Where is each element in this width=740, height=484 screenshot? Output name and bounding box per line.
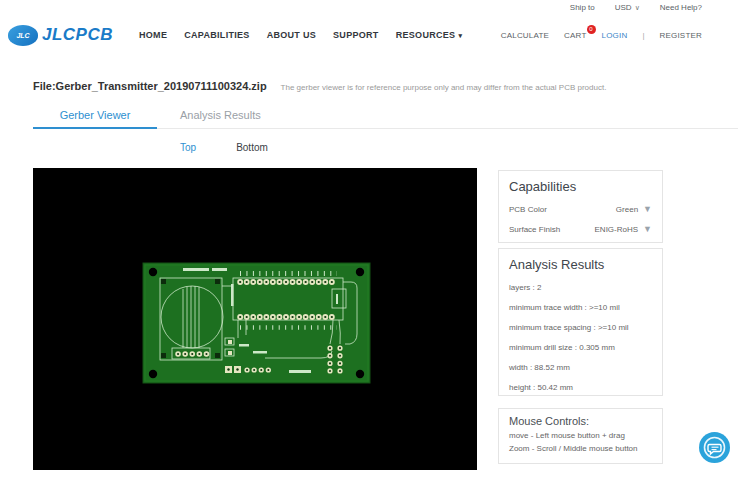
- analysis-height: height : 50.42 mm: [509, 383, 652, 392]
- brand-logo[interactable]: JLC JLCPCB: [8, 25, 113, 46]
- nav-item-capabilities[interactable]: CAPABILITIES: [184, 30, 249, 40]
- analysis-width: width : 88.52 mm: [509, 363, 652, 372]
- need-help-link[interactable]: Need Help?: [660, 3, 702, 12]
- cart-label: CART: [564, 31, 586, 40]
- login-register-divider: |: [642, 31, 644, 40]
- register-link[interactable]: REGISTER: [660, 31, 703, 40]
- pcb-preview: [33, 168, 477, 470]
- viewer-tabs: Gerber Viewer Analysis Results: [33, 109, 738, 129]
- analysis-layers: layers : 2: [509, 283, 652, 292]
- dropdown-triangle-icon: ▼: [643, 204, 652, 214]
- mouse-zoom-hint: Zoom - Scroll / Middle mouse button: [509, 444, 652, 453]
- analysis-min-trace-width: minimum trace width : >=10 mil: [509, 303, 652, 312]
- tab-gerber-viewer[interactable]: Gerber Viewer: [33, 109, 157, 129]
- jlcpcb-globe-icon: JLC: [8, 25, 38, 46]
- pcb-color-select[interactable]: Green ▼: [616, 204, 652, 214]
- file-disclaimer: The gerber viewer is for reference purpo…: [281, 83, 607, 92]
- nav-item-support[interactable]: SUPPORT: [333, 30, 379, 40]
- tab-bottom-layer[interactable]: Bottom: [236, 142, 268, 153]
- analysis-results-panel: Analysis Results layers : 2 minimum trac…: [498, 248, 663, 396]
- surface-finish-select[interactable]: ENIG-RoHS ▼: [595, 224, 652, 234]
- right-panel: Capabilities PCB Color Green ▼ Surface F…: [498, 170, 663, 464]
- layer-tabs: Top Bottom: [180, 142, 268, 153]
- capabilities-panel: Capabilities PCB Color Green ▼ Surface F…: [498, 170, 663, 243]
- brand-name: JLCPCB: [42, 25, 113, 45]
- live-chat-button[interactable]: [698, 431, 731, 464]
- currency-selector[interactable]: USD∨: [615, 3, 640, 12]
- file-header: File:Gerber_Transmitter_20190711100324.z…: [33, 80, 733, 92]
- pcb-color-row: PCB Color Green ▼: [509, 204, 652, 214]
- mouse-move-hint: move - Left mouse button + drag: [509, 431, 652, 440]
- pcb-color-value: Green: [616, 205, 638, 214]
- cart-count-badge: 0: [587, 25, 596, 34]
- surface-finish-value: ENIG-RoHS: [595, 225, 639, 234]
- nav-item-resources-label: RESOURCES: [396, 30, 456, 40]
- mouse-controls-title: Mouse Controls:: [509, 415, 652, 427]
- chat-bubble-icon: [698, 431, 731, 464]
- utility-bar: Ship to USD∨ Need Help?: [570, 3, 702, 12]
- surface-finish-label: Surface Finish: [509, 225, 560, 234]
- analysis-results-title: Analysis Results: [509, 257, 652, 272]
- calculate-link[interactable]: CALCULATE: [501, 31, 549, 40]
- mouse-controls-panel: Mouse Controls: move - Left mouse button…: [498, 408, 663, 464]
- file-title: File:Gerber_Transmitter_20190711100324.z…: [33, 80, 267, 92]
- main-navbar: JLC JLCPCB HOME CAPABILITIES ABOUT US SU…: [0, 16, 740, 54]
- nav-item-home[interactable]: HOME: [139, 30, 167, 40]
- surface-finish-row: Surface Finish ENIG-RoHS ▼: [509, 224, 652, 234]
- currency-label: USD: [615, 3, 632, 12]
- cart-link[interactable]: CART 0: [564, 31, 586, 40]
- pcb-color-label: PCB Color: [509, 205, 547, 214]
- analysis-min-trace-spacing: minimum trace spacing : >=10 mil: [509, 323, 652, 332]
- chevron-down-icon: ∨: [635, 4, 640, 11]
- tab-analysis-results[interactable]: Analysis Results: [180, 109, 261, 128]
- dropdown-triangle-icon: ▼: [643, 224, 652, 234]
- analysis-min-drill-size: minimum drill size : 0.305 mm: [509, 343, 652, 352]
- login-link[interactable]: LOGIN: [602, 31, 628, 40]
- nav-item-resources[interactable]: RESOURCES▾: [396, 30, 463, 40]
- chevron-down-icon: ▾: [458, 32, 462, 39]
- nav-item-about-us[interactable]: ABOUT US: [267, 30, 316, 40]
- gerber-viewer-canvas[interactable]: [33, 168, 477, 470]
- tab-top-layer[interactable]: Top: [180, 142, 196, 153]
- nav-menu: HOME CAPABILITIES ABOUT US SUPPORT RESOU…: [139, 30, 462, 40]
- nav-actions: CALCULATE CART 0 LOGIN | REGISTER: [501, 31, 702, 40]
- ship-to-selector[interactable]: Ship to: [570, 3, 595, 12]
- capabilities-title: Capabilities: [509, 179, 652, 194]
